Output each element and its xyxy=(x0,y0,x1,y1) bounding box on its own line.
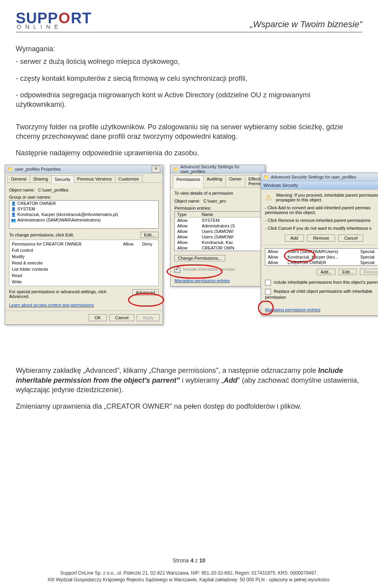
warning-text: - Click Remove to remove inherited paren… xyxy=(265,218,378,223)
logo: SUPPORT ONLINE xyxy=(16,12,92,30)
managing-link[interactable]: Managing permission entries xyxy=(265,307,321,312)
perm-row: Full control xyxy=(11,247,119,253)
requirements-heading: Wymagania: xyxy=(16,44,362,54)
window-title: Advanced Security Settings for user_prof… xyxy=(180,164,263,174)
document-body-lower: Wybieramy zakładkę „Advanced", klikamy „… xyxy=(16,366,362,411)
underlying-table[interactable]: AllowUsers (SAMOWAR\Users)Special AllowK… xyxy=(265,248,378,266)
remove-button[interactable]: Remove xyxy=(360,269,378,275)
managing-link[interactable]: Managing permission entries xyxy=(174,278,230,283)
deny-header: Deny xyxy=(138,241,157,247)
ok-button[interactable]: OK xyxy=(89,314,107,321)
window-advanced-security-2: 📁Advanced Security Settings for user_pro… xyxy=(261,173,378,316)
requirement-item: - częsty kontakt komputerów z siecią fir… xyxy=(16,74,362,83)
document-body: Wymagania: - serwer z dużą ilością wolne… xyxy=(16,44,362,158)
include-inheritable-checkbox[interactable] xyxy=(174,267,180,273)
permissions-for-label: Permissions for CREATOR OWNER xyxy=(11,241,119,247)
include-inheritable-checkbox[interactable] xyxy=(265,280,271,286)
user-name: SYSTEM xyxy=(17,207,35,211)
page-header: SUPPORT ONLINE „Wsparcie w Twoim biznesi… xyxy=(16,12,362,30)
advanced-button[interactable]: Advanced xyxy=(132,289,159,296)
tab-customize[interactable]: Customize xyxy=(115,175,143,182)
tab-sharing[interactable]: Sharing xyxy=(30,175,52,182)
table-row[interactable]: AllowUsers (SAMOW/ xyxy=(175,234,261,240)
remove-button[interactable]: Remove xyxy=(307,234,335,242)
table-row[interactable]: AllowAdministrators (S xyxy=(175,223,261,229)
tab-general[interactable]: General xyxy=(7,175,30,182)
text-run: Wybieramy zakładkę „Advanced", klikamy „… xyxy=(16,367,318,374)
list-item[interactable]: 👤Kondraciuk, Kacper (kkondraciuk@infovid… xyxy=(9,212,158,217)
include-inheritable-label: nclude inheritable permissions from this… xyxy=(274,280,378,285)
table-row[interactable]: AllowUsers (SAMOW/ xyxy=(175,229,261,234)
logo-text2: RT xyxy=(71,12,92,24)
underlying-pane: AllowUsers (SAMOWAR\Users)Special AllowK… xyxy=(261,245,378,315)
page-footer: Strona 4 z 10 Support OnLine Sp. z o.o.,… xyxy=(0,557,378,583)
tab-auditing[interactable]: Auditing xyxy=(203,175,226,187)
close-icon[interactable]: ✕ xyxy=(152,166,160,173)
folder-icon: 📁 xyxy=(263,174,269,180)
paragraph: Zmieniamy uprawnienia dla „CREATOR OWNER… xyxy=(16,402,362,411)
cancel-button[interactable]: Cancel xyxy=(338,234,363,242)
users-listbox[interactable]: 👤CREATOR OWNER 👤SYSTEM 👤Kondraciuk, Kacp… xyxy=(9,200,159,229)
logo-o: O xyxy=(58,12,70,24)
logo-sub: ONLINE xyxy=(16,24,92,30)
user-icon: 👤 xyxy=(11,207,16,211)
list-item[interactable]: 👤SYSTEM xyxy=(9,206,158,212)
dialog-buttons: OK Cancel Apply xyxy=(5,311,163,324)
window-properties: 📁user_profiles Properties ✕ General Shar… xyxy=(5,165,163,325)
tabs: Permissions Auditing Owner Effective Per… xyxy=(170,173,265,188)
description-text: To view details of a permission xyxy=(174,191,261,195)
tab-owner[interactable]: Owner xyxy=(226,175,245,187)
cancel-button[interactable]: Cancel xyxy=(109,314,134,321)
edit-button[interactable]: Edit... xyxy=(141,232,159,238)
list-item[interactable]: 👥Administrators (SAMOWAR\Administrators) xyxy=(9,217,158,223)
table-row[interactable]: AllowKondraciuk, Kacper (kko...Special xyxy=(265,254,378,260)
object-name-label: Object name: xyxy=(174,199,200,203)
paragraph: Następnie nadajemy odpowiednie uprawnien… xyxy=(16,148,362,158)
text-run: i wybieramy „ xyxy=(180,376,224,384)
warning-text: - Click Add to convert and add inherited… xyxy=(265,205,378,215)
requirement-item: - odpowiednia segregacja migrowanych kon… xyxy=(16,90,362,110)
table-row[interactable]: AllowKondraciuk, Kac xyxy=(175,240,261,245)
permissions-grid: Permissions for CREATOR OWNER Allow Deny… xyxy=(9,240,159,286)
tab-permissions[interactable]: Permissions xyxy=(173,175,204,188)
replace-child-checkbox[interactable] xyxy=(265,289,271,295)
table-row[interactable]: AllowSYSTEM xyxy=(175,218,261,223)
col-name: Name xyxy=(199,212,261,218)
learn-link[interactable]: Learn about access control and permissio… xyxy=(9,303,94,307)
window-title: Advanced Security Settings for user_prof… xyxy=(271,175,356,179)
edit-button[interactable]: Edit... xyxy=(339,269,357,275)
header-divider xyxy=(16,32,362,32)
screenshot-composite: 📁user_profiles Properties ✕ General Shar… xyxy=(5,165,378,354)
paragraph: Wybieramy zakładkę „Advanced", klikamy „… xyxy=(16,366,362,394)
add-button[interactable]: Add xyxy=(285,234,304,242)
paragraph: Tworzymy folder na profile użytkowników.… xyxy=(16,122,362,141)
table-row[interactable]: AllowCREATOR OWN xyxy=(175,245,261,251)
user-icon: 👤 xyxy=(11,201,16,206)
page-number: Strona 4 z 10 xyxy=(172,557,205,564)
tagline: „Wsparcie w Twoim biznesie" xyxy=(250,19,362,30)
special-hint: For special permissions or advanced sett… xyxy=(9,289,107,299)
add-button[interactable]: Add... xyxy=(317,269,335,275)
change-hint: To change permissions, click Edit. xyxy=(9,233,74,237)
table-row[interactable]: AllowUsers (SAMOWAR\Users)Special xyxy=(265,249,378,255)
titlebar: 📁Advanced Security Settings for user_pro… xyxy=(261,173,378,181)
logo-text: SUPP xyxy=(16,12,58,24)
security-title: Windows Security xyxy=(263,183,298,188)
permission-entries-label: Permission entries: xyxy=(174,206,261,210)
folder-icon: 📁 xyxy=(173,166,179,172)
permission-entries-table[interactable]: TypeName AllowSYSTEM AllowAdministrators… xyxy=(174,211,261,251)
footer-line: Support OnLine Sp. z o.o., ul. Poleczki … xyxy=(0,570,378,577)
apply-button[interactable]: Apply xyxy=(137,314,159,321)
tab-previous-versions[interactable]: Previous Versions xyxy=(74,175,115,182)
object-name-value: C:\user_pro xyxy=(203,199,226,203)
tab-security[interactable]: Security xyxy=(51,175,74,183)
window-title: user_profiles Properties xyxy=(15,167,61,171)
change-permissions-button[interactable]: Change Permissions... xyxy=(174,255,225,261)
titlebar: 📁user_profiles Properties ✕ xyxy=(5,165,163,173)
table-row[interactable]: AllowCREATOR OWNERSpecial xyxy=(265,260,378,266)
security-pane: ⚠ Warning: If you proceed, inheritable p… xyxy=(261,190,378,245)
allow-header: Allow xyxy=(119,241,138,247)
list-item[interactable]: 👤CREATOR OWNER xyxy=(9,201,158,206)
folder-icon: 📁 xyxy=(7,166,13,172)
footer-line: XIII Wydział Gospodarczy Krajowego Rejes… xyxy=(0,577,378,583)
